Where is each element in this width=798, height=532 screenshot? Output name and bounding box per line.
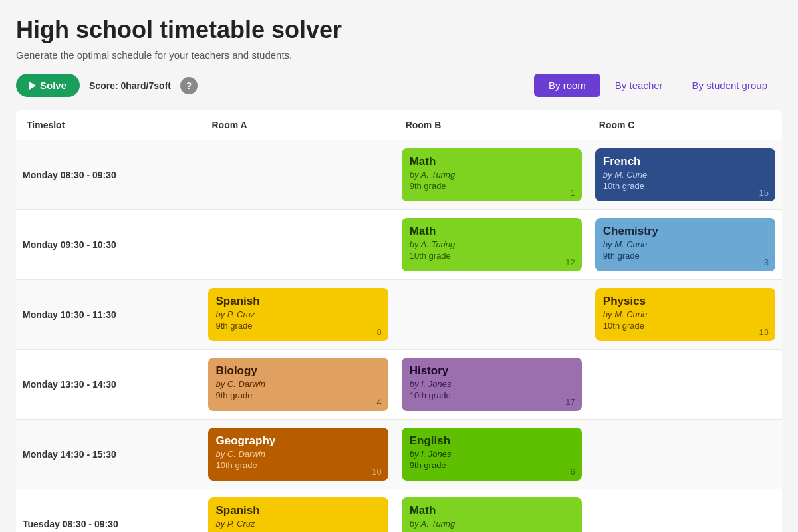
lesson-teacher: by M. Curie <box>603 239 767 249</box>
lesson-card[interactable]: Mathby A. Turing10th grade12 <box>402 218 582 271</box>
lesson-card[interactable]: Chemistryby M. Curie9th grade3 <box>595 218 775 271</box>
empty-cell <box>595 428 775 481</box>
solve-label: Solve <box>40 80 66 91</box>
timeslot-2: Monday 10:30 - 11:30 <box>16 280 201 350</box>
table-row: Monday 13:30 - 14:30Biologyby C. Darwin9… <box>16 350 782 420</box>
tab-by-teacher[interactable]: By teacher <box>600 74 678 97</box>
lesson-grade: 10th grade <box>410 251 574 261</box>
lesson-card[interactable]: Spanishby P. Cruz9th grade9 <box>208 497 388 532</box>
lesson-card[interactable]: Mathby A. Turing9th grade1 <box>402 148 582 201</box>
help-button[interactable]: ? <box>180 77 198 94</box>
empty-cell <box>402 288 582 341</box>
timeslot-5: Tuesday 08:30 - 09:30 <box>16 489 201 533</box>
lesson-grade: 9th grade <box>216 390 380 400</box>
lesson-card[interactable]: Spanishby P. Cruz9th grade8 <box>208 288 388 341</box>
cell-row4-col0: Geographyby C. Darwin10th grade10 <box>201 420 395 489</box>
cell-row0-col1: Mathby A. Turing9th grade1 <box>395 140 589 210</box>
col-header-1: Room A <box>201 110 395 140</box>
empty-cell <box>595 358 775 411</box>
lesson-count: 13 <box>759 327 769 337</box>
cell-row4-col1: Englishby I. Jones9th grade6 <box>395 420 589 489</box>
cell-row0-col2: Frenchby M. Curie10th grade15 <box>589 140 782 210</box>
col-header-0: Timeslot <box>16 110 201 140</box>
view-tabs: By roomBy teacherBy student group <box>534 74 782 97</box>
lesson-grade: 9th grade <box>410 460 574 470</box>
cell-row5-col2 <box>589 489 782 533</box>
lesson-subject: Geography <box>216 434 380 448</box>
lesson-grade: 10th grade <box>216 460 380 470</box>
table-row: Monday 14:30 - 15:30Geographyby C. Darwi… <box>16 420 782 489</box>
lesson-count: 6 <box>571 467 575 477</box>
lesson-count: 15 <box>759 188 769 198</box>
lesson-count: 3 <box>764 257 769 267</box>
lesson-card[interactable]: Mathby A. Turing10th grade10 <box>402 497 582 532</box>
lesson-count: 10 <box>372 467 381 477</box>
cell-row2-col0: Spanishby P. Cruz9th grade8 <box>201 280 395 350</box>
cell-row2-col1 <box>395 280 589 350</box>
cell-row5-col0: Spanishby P. Cruz9th grade9 <box>201 489 395 533</box>
lesson-card[interactable]: Englishby I. Jones9th grade6 <box>402 428 582 481</box>
lesson-teacher: by M. Curie <box>603 170 767 180</box>
lesson-subject: Math <box>410 225 574 238</box>
cell-row5-col1: Mathby A. Turing10th grade10 <box>395 489 589 533</box>
tab-by-student-group[interactable]: By student group <box>678 74 782 97</box>
lesson-subject: Biology <box>216 364 380 378</box>
table-row: Tuesday 08:30 - 09:30Spanishby P. Cruz9t… <box>16 489 782 533</box>
lesson-subject: English <box>410 434 574 448</box>
lesson-card[interactable]: Physicsby M. Curie10th grade13 <box>595 288 775 341</box>
lesson-teacher: by P. Cruz <box>216 519 380 529</box>
cell-row0-col0 <box>201 140 395 210</box>
lesson-subject: Spanish <box>216 504 380 517</box>
timeslot-3: Monday 13:30 - 14:30 <box>16 350 201 420</box>
lesson-count: 8 <box>376 327 381 337</box>
lesson-count: 1 <box>571 188 575 198</box>
cell-row2-col2: Physicsby M. Curie10th grade13 <box>589 280 782 350</box>
cell-row4-col2 <box>589 420 782 489</box>
play-icon <box>29 82 36 90</box>
tab-by-room[interactable]: By room <box>534 74 600 97</box>
score-label: Score: 0hard/7soft <box>89 80 171 91</box>
lesson-subject: History <box>410 364 574 378</box>
table-row: Monday 08:30 - 09:30Mathby A. Turing9th … <box>16 140 782 210</box>
lesson-subject: Chemistry <box>603 225 767 238</box>
timeslot-4: Monday 14:30 - 15:30 <box>16 420 201 489</box>
lesson-subject: Math <box>410 504 574 517</box>
lesson-teacher: by A. Turing <box>410 519 574 529</box>
lesson-grade: 9th grade <box>410 181 574 191</box>
solve-button[interactable]: Solve <box>16 74 80 97</box>
lesson-teacher: by I. Jones <box>410 449 574 459</box>
lesson-teacher: by I. Jones <box>410 379 574 389</box>
lesson-grade: 9th grade <box>603 251 767 261</box>
col-header-2: Room B <box>395 110 589 140</box>
lesson-grade: 10th grade <box>603 181 767 191</box>
table-row: Monday 09:30 - 10:30Mathby A. Turing10th… <box>16 210 782 280</box>
lesson-teacher: by C. Darwin <box>216 379 380 389</box>
toolbar: Solve Score: 0hard/7soft ? By roomBy tea… <box>16 74 782 97</box>
lesson-teacher: by M. Curie <box>603 309 767 319</box>
toolbar-left: Solve Score: 0hard/7soft ? <box>16 74 198 97</box>
lesson-card[interactable]: Frenchby M. Curie10th grade15 <box>595 148 775 201</box>
timetable: TimeslotRoom ARoom BRoom C Monday 08:30 … <box>16 110 782 532</box>
lesson-grade: 10th grade <box>410 390 574 400</box>
lesson-count: 12 <box>565 257 575 267</box>
page-wrapper: High school timetable solver Generate th… <box>0 0 798 532</box>
lesson-subject: French <box>603 155 767 168</box>
lesson-count: 17 <box>565 397 575 407</box>
lesson-grade: 10th grade <box>603 321 767 331</box>
table-row: Monday 10:30 - 11:30Spanishby P. Cruz9th… <box>16 280 782 350</box>
lesson-teacher: by A. Turing <box>410 239 574 249</box>
lesson-card[interactable]: Biologyby C. Darwin9th grade4 <box>208 358 388 411</box>
lesson-subject: Math <box>410 155 574 168</box>
empty-cell <box>208 148 388 201</box>
page-subtitle: Generate the optimal schedule for your t… <box>16 49 782 61</box>
lesson-card[interactable]: Historyby I. Jones10th grade17 <box>402 358 582 411</box>
lesson-count: 4 <box>376 397 381 407</box>
lesson-card[interactable]: Geographyby C. Darwin10th grade10 <box>208 428 388 481</box>
cell-row1-col0 <box>201 210 395 280</box>
empty-cell <box>208 218 388 271</box>
col-header-3: Room C <box>589 110 782 140</box>
lesson-subject: Spanish <box>216 295 380 308</box>
page-title: High school timetable solver <box>16 16 782 44</box>
lesson-subject: Physics <box>603 295 767 308</box>
cell-row1-col2: Chemistryby M. Curie9th grade3 <box>589 210 782 280</box>
